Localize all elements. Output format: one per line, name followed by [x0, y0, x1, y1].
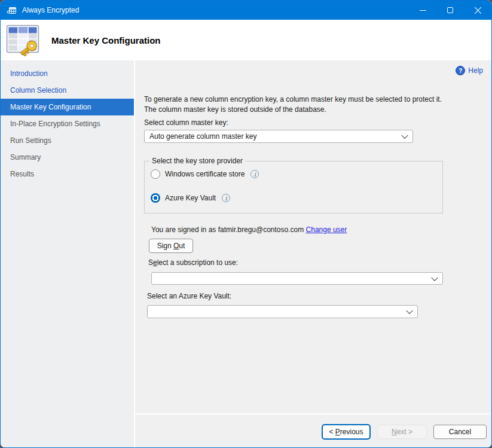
main-panel: ? Help To generate a new column encrypti… [135, 60, 491, 413]
windows-certificate-store-radio[interactable]: Windows certificate store i [151, 169, 259, 179]
always-encrypted-dialog: Always Encrypted Master [0, 0, 492, 448]
help-link[interactable]: ? Help [456, 66, 483, 75]
step-results: Results [1, 166, 134, 182]
azure-key-vault-radio[interactable]: Azure Key Vault i [151, 193, 230, 203]
info-icon[interactable]: i [250, 170, 259, 178]
page-title: Master Key Configuration [51, 35, 161, 45]
step-introduction[interactable]: Introduction [1, 65, 134, 82]
azure-key-vault-label: Azure Key Vault [165, 194, 216, 202]
previous-button[interactable]: < Previous [322, 424, 371, 440]
info-icon[interactable]: i [222, 194, 230, 202]
step-column-selection[interactable]: Column Selection [1, 82, 134, 99]
wizard-header: Master Key Configuration [1, 20, 491, 60]
windows-certificate-store-label: Windows certificate store [165, 170, 245, 178]
window-title: Always Encrypted [22, 6, 79, 14]
key-store-provider-group: Select the key store provider Windows ce… [144, 161, 443, 214]
subscription-dropdown[interactable] [151, 272, 443, 285]
window-controls [409, 1, 491, 20]
step-in-place-encryption-settings: In-Place Encryption Settings [1, 115, 134, 132]
step-master-key-configuration[interactable]: Master Key Configuration [1, 99, 134, 115]
subscription-label: Select a subscription to use: [148, 258, 238, 267]
master-key-dropdown[interactable]: Auto generate column master key [144, 130, 413, 143]
key-vault-label: Select an Azure Key Vault: [147, 292, 231, 300]
radio-selected-icon [151, 193, 160, 203]
chevron-down-icon [406, 307, 412, 314]
title-bar: Always Encrypted [1, 1, 491, 20]
close-button[interactable] [464, 1, 491, 20]
close-icon [474, 7, 482, 14]
wizard-steps-sidebar: Introduction Column Selection Master Key… [1, 60, 135, 447]
cancel-button[interactable]: Cancel [433, 425, 487, 439]
table-key-icon [6, 25, 41, 56]
key-vault-dropdown[interactable] [147, 305, 418, 318]
minimize-button[interactable] [409, 1, 436, 20]
intro-text: To generate a new column encryption key,… [144, 95, 448, 115]
minimize-icon [420, 10, 426, 11]
master-key-label: Select column master key: [144, 118, 228, 127]
help-label: Help [468, 66, 483, 75]
chevron-down-icon [401, 132, 408, 139]
step-summary: Summary [1, 149, 134, 166]
change-user-link[interactable]: Change user [306, 225, 347, 234]
chevron-down-icon [431, 274, 438, 281]
radio-unselected-icon [151, 169, 160, 179]
next-button[interactable]: Next > [377, 425, 427, 439]
help-icon: ? [456, 66, 465, 75]
key-store-provider-group-title: Select the key store provider [149, 157, 245, 165]
maximize-icon [447, 7, 453, 13]
wizard-footer: < Previous Next > Cancel [135, 413, 491, 447]
signed-in-status: You are signed in as fatmir.bregu@contos… [151, 225, 347, 234]
signed-in-text: You are signed in as fatmir.bregu@contos… [151, 225, 304, 234]
sign-out-button[interactable]: Sign Out [149, 239, 193, 253]
step-run-settings: Run Settings [1, 132, 134, 149]
master-key-dropdown-value: Auto generate column master key [149, 132, 256, 141]
maximize-button[interactable] [436, 1, 464, 20]
always-encrypted-icon [7, 5, 17, 16]
